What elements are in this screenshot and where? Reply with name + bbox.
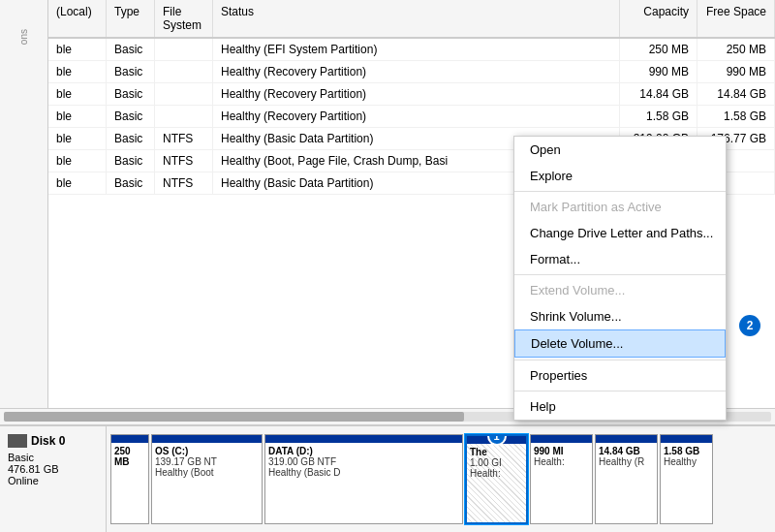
menu-separator [514,191,726,192]
left-panel: ons [0,0,48,408]
cell-local: ble [48,61,107,82]
partition-name: 1.58 GB [664,446,709,456]
partition-content: The 1.00 GI Health: [467,444,526,522]
partition-status: Healthy (Basic D [268,467,459,478]
disk-name: Disk 0 [8,434,98,448]
cell-type: Basic [107,106,155,127]
partition-status: Health: [470,468,523,479]
partition-size: 1.00 GI [470,457,523,468]
disk-partition[interactable]: 250 MB [110,434,149,524]
partition-name: OS (C:) [155,446,259,456]
col-header-status: Status [213,0,620,37]
partition-size: 139.17 GB NT [155,456,259,467]
cell-capacity: 1.58 GB [620,106,698,127]
cell-status: Healthy (Recovery Partition) [213,83,620,105]
cell-type: Basic [107,128,155,149]
partition-name: 14.84 GB [599,446,654,456]
cell-local: ble [48,150,107,172]
scrollbar-thumb[interactable] [4,412,464,422]
menu-separator [514,360,726,360]
col-header-freespace: Free Space [698,0,775,37]
disk-map-area: Disk 0 Basic 476.81 GB Online 250 MB OS … [0,425,775,532]
cell-type: Basic [107,150,155,172]
disk-size: 476.81 GB [8,463,98,475]
disk-partition[interactable]: 1.58 GB Healthy [660,434,713,524]
cell-freespace: 1.58 GB [698,106,775,127]
badge-2: 2 [739,315,760,336]
cell-freespace: 250 MB [698,39,775,60]
cell-fs [155,106,213,127]
cell-local: ble [48,83,107,105]
table-row[interactable]: ble Basic Healthy (Recovery Partition) 1… [48,83,775,106]
col-header-local: (Local) [48,0,107,37]
cell-type: Basic [107,172,155,194]
disk-status: Online [8,475,98,486]
menu-item-open[interactable]: Open [514,137,726,163]
partition-content: 14.84 GB Healthy (R [596,443,657,523]
cell-type: Basic [107,83,155,105]
menu-separator [514,274,726,275]
partition-status: Healthy [664,456,709,467]
table-row[interactable]: ble Basic Healthy (EFI System Partition)… [48,39,775,61]
cell-capacity: 250 MB [620,39,698,60]
cell-fs: NTFS [155,172,213,194]
cell-status: Healthy (Recovery Partition) [213,61,620,82]
partition-name: The [470,447,523,457]
disk-type: Basic [8,452,98,463]
col-header-capacity: Capacity [620,0,698,37]
cell-local: ble [48,172,107,194]
disk-icon [8,434,27,448]
cell-status: Healthy (EFI System Partition) [213,39,620,60]
partition-header-bar [531,435,592,443]
table-row[interactable]: ble Basic Healthy (Recovery Partition) 9… [48,61,775,83]
column-header-row: (Local) Type File System Status Capacity… [48,0,775,39]
disk-partitions: 250 MB OS (C:) 139.17 GB NT Healthy (Boo… [107,426,775,532]
cell-freespace: 14.84 GB [698,83,775,105]
cell-fs [155,83,213,105]
partition-name: 990 MI [534,446,589,456]
partition-status: Healthy (R [599,456,654,467]
partition-status: Health: [534,456,589,467]
disk-label: Disk 0 Basic 476.81 GB Online [0,426,107,532]
menu-item-properties[interactable]: Properties [514,362,726,389]
partition-content: OS (C:) 139.17 GB NT Healthy (Boot [152,443,262,523]
cell-freespace: 990 MB [698,61,775,82]
partition-header-bar [661,435,712,443]
menu-item-extend-volume---: Extend Volume... [514,277,726,303]
disk-partition[interactable]: OS (C:) 139.17 GB NT Healthy (Boot [151,434,263,524]
context-menu: OpenExploreMark Partition as ActiveChang… [513,136,727,421]
left-panel-text: ons [18,29,29,45]
menu-separator [514,391,726,391]
menu-item-shrink-volume---[interactable]: Shrink Volume... [514,303,726,329]
cell-type: Basic [107,61,155,82]
cell-local: ble [48,106,107,127]
cell-fs: NTFS [155,128,213,149]
menu-item-explore[interactable]: Explore [514,163,726,189]
disk-partition[interactable]: DATA (D:) 319.00 GB NTF Healthy (Basic D [264,434,463,524]
cell-status: Healthy (Recovery Partition) [213,106,620,127]
partition-name: 250 MB [114,446,145,467]
partition-size: 319.00 GB NTF [268,456,459,467]
cell-fs [155,39,213,60]
cell-capacity: 14.84 GB [620,83,698,105]
disk-partition[interactable]: 14.84 GB Healthy (R [595,434,658,524]
main-container: ons (Local) Type File System Status Capa… [0,0,775,532]
partition-content: 250 MB [111,443,148,523]
menu-item-delete-volume---[interactable]: Delete Volume... [514,329,726,358]
partition-status: Healthy (Boot [155,467,259,478]
menu-item-help[interactable]: Help [514,393,726,420]
partition-content: 990 MI Health: [531,443,592,523]
table-row[interactable]: ble Basic Healthy (Recovery Partition) 1… [48,106,775,128]
menu-item-change-drive-letter-and-paths---[interactable]: Change Drive Letter and Paths... [514,220,726,246]
menu-item-mark-partition-as-active: Mark Partition as Active [514,194,726,220]
cell-local: ble [48,128,107,149]
disk-partition[interactable]: The 1.00 GI Health: 1 [465,434,528,524]
partition-name: DATA (D:) [268,446,459,456]
menu-item-format---[interactable]: Format... [514,246,726,272]
cell-local: ble [48,39,107,60]
col-header-type: Type [107,0,155,37]
partition-header-bar [596,435,657,443]
partition-header-bar [152,435,262,443]
disk-partition[interactable]: 990 MI Health: [530,434,593,524]
partition-content: 1.58 GB Healthy [661,443,712,523]
